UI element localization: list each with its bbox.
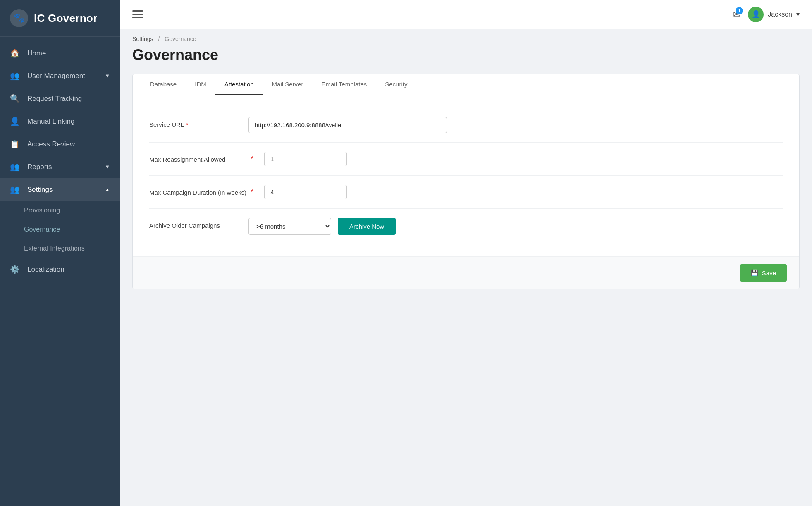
sidebar-subitem-governance[interactable]: Governance bbox=[0, 220, 120, 239]
settings-sub-menu: Provisioning Governance External Integra… bbox=[0, 201, 120, 258]
sidebar-item-request-tracking[interactable]: 🔍 Request Tracking bbox=[0, 87, 120, 110]
sidebar-item-label: Settings bbox=[27, 186, 53, 194]
settings-icon: 👥 bbox=[10, 185, 20, 194]
sidebar-subitem-external-integrations[interactable]: External Integrations bbox=[0, 239, 120, 258]
notification-button[interactable]: ✉ 1 bbox=[733, 9, 740, 20]
archive-older-label: Archive Older Campaigns bbox=[149, 218, 248, 230]
service-url-label: Service URL* bbox=[149, 117, 248, 129]
archive-older-select[interactable]: >6 months >3 months >1 year bbox=[248, 218, 331, 235]
topbar-left bbox=[132, 10, 143, 18]
tab-security[interactable]: Security bbox=[376, 74, 416, 95]
max-reassignment-row: Max Reassignment Allowed * bbox=[149, 143, 783, 176]
service-url-input[interactable] bbox=[248, 117, 447, 133]
breadcrumb: Settings / Governance bbox=[132, 29, 800, 46]
card-footer: 💾 Save bbox=[133, 256, 799, 289]
gear-icon: ⚙️ bbox=[10, 265, 20, 274]
sidebar-item-localization[interactable]: ⚙️ Localization bbox=[0, 258, 120, 281]
sidebar-subitem-label: External Integrations bbox=[24, 245, 85, 252]
sidebar-logo[interactable]: 🐾 IC Governor bbox=[0, 0, 120, 37]
sidebar-nav: 🏠 Home 👥 User Management ▼ 🔍 Request Tra… bbox=[0, 37, 120, 506]
save-icon: 💾 bbox=[751, 269, 759, 277]
sidebar-item-settings[interactable]: 👥 Settings ▲ bbox=[0, 178, 120, 201]
sidebar-subitem-label: Governance bbox=[24, 226, 60, 233]
governance-card: Database IDM Attestation Mail Server Ema… bbox=[132, 74, 800, 289]
main-content-area: ✉ 1 👤 Jackson ▾ Settings / Governance Go… bbox=[120, 0, 812, 506]
archive-now-button[interactable]: Archive Now bbox=[338, 218, 396, 235]
sidebar-item-label: Request Tracking bbox=[27, 95, 82, 103]
chevron-down-icon: ▼ bbox=[105, 164, 110, 170]
sidebar-item-manual-linking[interactable]: 👤 Manual Linking bbox=[0, 110, 120, 133]
save-label: Save bbox=[762, 270, 776, 277]
users-icon: 👥 bbox=[10, 71, 20, 81]
archive-older-control: >6 months >3 months >1 year Archive Now bbox=[248, 218, 783, 235]
sidebar-item-label: Reports bbox=[27, 163, 52, 171]
max-campaign-duration-input[interactable] bbox=[264, 185, 347, 199]
home-icon: 🏠 bbox=[10, 48, 20, 58]
user-menu-button[interactable]: 👤 Jackson ▾ bbox=[748, 7, 800, 22]
chevron-down-icon: ▾ bbox=[796, 10, 800, 18]
breadcrumb-current: Governance bbox=[165, 36, 196, 42]
sidebar-item-label: Home bbox=[27, 49, 46, 57]
page-title: Governance bbox=[132, 46, 800, 64]
max-reassignment-input[interactable] bbox=[264, 152, 347, 166]
clipboard-icon: 📋 bbox=[10, 139, 20, 149]
max-reassignment-control: * bbox=[248, 152, 783, 166]
sidebar-item-home[interactable]: 🏠 Home bbox=[0, 42, 120, 64]
attestation-form: Service URL* Max Reassignment Allowed * bbox=[133, 95, 799, 256]
person-icon: 👤 bbox=[10, 117, 20, 126]
report-icon: 👥 bbox=[10, 162, 20, 172]
notification-badge: 1 bbox=[736, 7, 743, 14]
sidebar: 🐾 IC Governor 🏠 Home 👥 User Management ▼… bbox=[0, 0, 120, 506]
avatar: 👤 bbox=[748, 7, 764, 22]
topbar: ✉ 1 👤 Jackson ▾ bbox=[120, 0, 812, 29]
required-indicator: * bbox=[186, 121, 188, 128]
max-campaign-duration-control: * bbox=[248, 185, 783, 199]
topbar-right: ✉ 1 👤 Jackson ▾ bbox=[733, 7, 800, 22]
service-url-row: Service URL* bbox=[149, 108, 783, 143]
sidebar-subitem-label: Provisioning bbox=[24, 207, 60, 214]
service-url-control bbox=[248, 117, 783, 133]
sidebar-item-reports[interactable]: 👥 Reports ▼ bbox=[0, 155, 120, 178]
app-name: IC Governor bbox=[34, 12, 98, 25]
hamburger-menu-button[interactable] bbox=[132, 10, 143, 18]
sidebar-item-label: Localization bbox=[27, 265, 64, 274]
search-icon: 🔍 bbox=[10, 94, 20, 103]
sidebar-subitem-provisioning[interactable]: Provisioning bbox=[0, 201, 120, 220]
sidebar-item-user-management[interactable]: 👥 User Management ▼ bbox=[0, 64, 120, 87]
sidebar-item-access-review[interactable]: 📋 Access Review bbox=[0, 133, 120, 155]
breadcrumb-parent-link[interactable]: Settings bbox=[132, 36, 153, 42]
sidebar-item-label: Access Review bbox=[27, 140, 75, 148]
tab-attestation[interactable]: Attestation bbox=[215, 74, 263, 95]
tab-bar: Database IDM Attestation Mail Server Ema… bbox=[133, 74, 799, 95]
required-indicator: * bbox=[251, 155, 253, 163]
sidebar-item-label: User Management bbox=[27, 72, 85, 80]
page-content: Settings / Governance Governance Databas… bbox=[120, 29, 812, 506]
archive-older-row: Archive Older Campaigns >6 months >3 mon… bbox=[149, 209, 783, 244]
max-campaign-duration-label: Max Campaign Duration (In weeks) bbox=[149, 185, 248, 197]
user-name: Jackson bbox=[768, 11, 792, 18]
tab-mail-server[interactable]: Mail Server bbox=[263, 74, 313, 95]
required-indicator: * bbox=[251, 189, 253, 196]
save-button[interactable]: 💾 Save bbox=[740, 264, 787, 282]
tab-database[interactable]: Database bbox=[141, 74, 186, 95]
chevron-up-icon: ▲ bbox=[105, 186, 110, 193]
breadcrumb-separator: / bbox=[158, 36, 160, 42]
app-logo-icon: 🐾 bbox=[10, 9, 28, 27]
tab-email-templates[interactable]: Email Templates bbox=[312, 74, 376, 95]
max-reassignment-label: Max Reassignment Allowed bbox=[149, 152, 248, 164]
sidebar-item-label: Manual Linking bbox=[27, 117, 74, 126]
chevron-down-icon: ▼ bbox=[105, 73, 110, 79]
max-campaign-duration-row: Max Campaign Duration (In weeks) * bbox=[149, 176, 783, 209]
tab-idm[interactable]: IDM bbox=[186, 74, 215, 95]
